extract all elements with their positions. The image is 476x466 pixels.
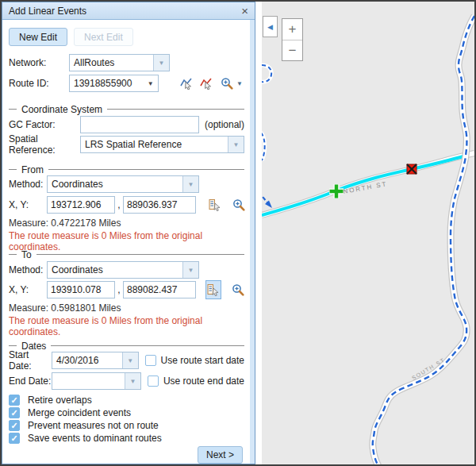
option-row: ✓ Prevent measures not on route (9, 419, 244, 432)
to-pick-coordinates-icon[interactable] (205, 280, 221, 299)
spatial-reference-value: LRS Spatial Reference (81, 139, 228, 150)
collapse-panel-button[interactable]: ◀ (263, 16, 278, 37)
map-zoom-control: + − (282, 18, 303, 61)
to-y-input[interactable] (123, 281, 196, 298)
merge-coincident-events-label: Merge coincident events (28, 407, 131, 418)
use-route-start-date-label: Use route start date (161, 355, 244, 366)
add-linear-events-panel: Add Linear Events × New Edit Next Edit N… (2, 2, 255, 464)
merge-coincident-events-checkbox[interactable]: ✓ (9, 407, 20, 418)
route-direction-arrow (265, 201, 272, 209)
chevron-down-icon: ▼ (182, 262, 198, 278)
chevron-down-icon: ▼ (153, 55, 169, 71)
to-method-label: Method: (9, 264, 47, 275)
use-route-end-date-label: Use route end date (163, 375, 244, 387)
zoom-in-button[interactable]: + (282, 19, 302, 40)
spatial-reference-label: Spatial Reference: (9, 133, 80, 156)
new-edit-button[interactable]: New Edit (9, 28, 67, 46)
from-warning-text: The route measure is 0 Miles from the or… (9, 230, 244, 241)
option-row: ✓ Retire overlaps (9, 394, 244, 406)
route-id-label: Route ID: (9, 78, 69, 89)
screenshot-root: Add Linear Events × New Edit Next Edit N… (0, 0, 476, 466)
to-method-value: Coordinates (48, 264, 182, 275)
map-graphics: NORTH ST SOUTH ST (262, 2, 474, 464)
prevent-measures-label: Prevent measures not on route (28, 420, 159, 431)
collapse-arrow-icon: ◀ (267, 23, 273, 31)
zoom-to-route-icon[interactable] (221, 75, 234, 91)
network-select[interactable]: AllRoutes ▼ (69, 54, 170, 71)
option-row: ✓ Save events to dominant routes (9, 432, 244, 445)
chevron-down-icon: ▼ (182, 176, 198, 192)
from-legend: From (9, 164, 244, 175)
from-measure-text: Measure: 0.4722178 Miles (9, 218, 244, 229)
use-route-end-date-checkbox[interactable] (148, 375, 159, 387)
from-xy-label: X, Y: (9, 199, 47, 210)
map-viewport[interactable]: NORTH ST SOUTH ST (262, 2, 474, 464)
to-x-input[interactable] (47, 281, 115, 298)
to-zoom-icon[interactable] (231, 282, 244, 298)
chevron-down-icon: ▼ (125, 373, 140, 389)
spatial-reference-select[interactable]: LRS Spatial Reference ▼ (80, 136, 244, 153)
panel-header: Add Linear Events × (2, 2, 255, 20)
route-id-value: 13918855900 (70, 78, 144, 89)
option-row: ✓ Merge coincident events (9, 406, 244, 419)
zoom-out-button[interactable]: − (282, 40, 302, 60)
from-y-input[interactable] (123, 196, 196, 214)
xy-separator: , (115, 284, 123, 295)
chevron-down-icon: ▼ (228, 137, 244, 152)
map-container: NORTH ST SOUTH ST (255, 2, 474, 464)
coordinate-system-legend: Coordinate System (9, 104, 244, 114)
start-date-label: Start Date: (9, 349, 52, 372)
network-value: AllRoutes (70, 57, 153, 68)
select-route-on-map-icon[interactable] (180, 75, 194, 91)
start-date-select[interactable]: 4/30/2016 ▼ (52, 352, 139, 369)
to-warning-text: The route measure is 0 Miles from the or… (9, 315, 244, 326)
retire-overlaps-label: Retire overlaps (28, 395, 92, 406)
close-icon[interactable]: × (241, 4, 248, 18)
end-date-select[interactable]: ▼ (52, 372, 141, 390)
network-label: Network: (9, 57, 69, 68)
chevron-down-icon: ▼ (122, 352, 138, 368)
xy-separator: , (115, 199, 123, 210)
from-method-label: Method: (9, 179, 47, 190)
retire-overlaps-checkbox[interactable]: ✓ (9, 395, 20, 406)
end-date-label: End Date: (9, 375, 52, 387)
save-dominant-routes-checkbox[interactable]: ✓ (9, 433, 20, 444)
gc-factor-input[interactable] (80, 116, 199, 133)
chevron-down-icon[interactable]: ▼ (144, 80, 158, 87)
from-method-select[interactable]: Coordinates ▼ (47, 175, 199, 193)
next-button[interactable]: Next > (198, 446, 243, 464)
gc-factor-hint: (optional) (205, 119, 244, 130)
to-xy-label: X, Y: (9, 284, 47, 295)
gc-factor-label: GC Factor: (9, 119, 80, 130)
page-title: Add Linear Events (9, 6, 86, 17)
prevent-measures-checkbox[interactable]: ✓ (9, 420, 20, 431)
use-route-start-date-checkbox[interactable] (145, 355, 156, 366)
from-method-value: Coordinates (48, 179, 182, 190)
route-id-combobox[interactable]: 13918855900 ▼ (69, 75, 159, 92)
to-method-select[interactable]: Coordinates ▼ (47, 261, 199, 279)
remove-route-selection-icon[interactable] (199, 75, 213, 91)
to-measure-text: Measure: 0.5981801 Miles (9, 302, 244, 314)
start-date-value: 4/30/2016 (52, 355, 122, 366)
zoom-options-chevron-icon[interactable]: ▼ (235, 80, 244, 87)
from-pick-coordinates-icon[interactable] (209, 197, 221, 213)
from-x-input[interactable] (47, 196, 115, 214)
from-zoom-icon[interactable] (232, 197, 245, 213)
next-edit-button: Next Edit (74, 28, 133, 46)
to-point-marker (407, 164, 416, 174)
save-dominant-routes-label: Save events to dominant routes (28, 433, 162, 444)
